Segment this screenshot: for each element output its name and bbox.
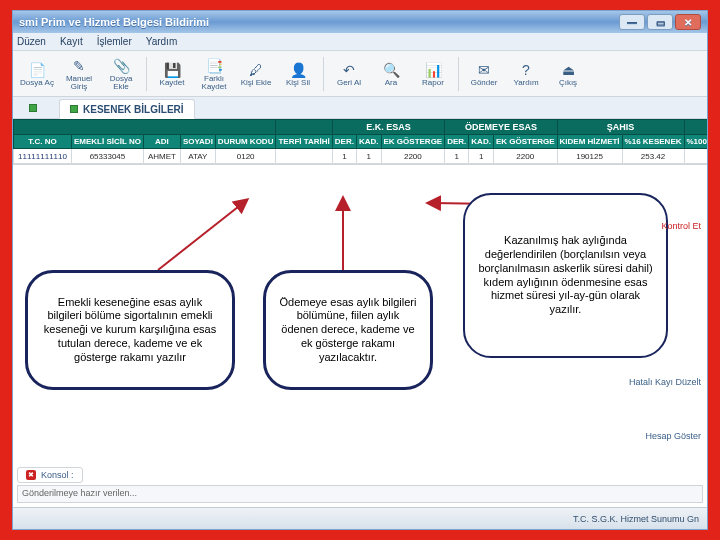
window-title: smi Prim ve Hizmet Belgesi Bildirimi — [19, 16, 209, 28]
window-maximize[interactable]: ▭ — [647, 14, 673, 30]
window-close[interactable]: ✕ — [675, 14, 701, 30]
callout-ek-esas: Emekli keseneğine esas aylık bilgileri b… — [25, 270, 235, 390]
konsol-icon: ✖ — [26, 470, 36, 480]
toolbar-kişi-ekle[interactable]: 🖊Kişi Ekle — [236, 54, 276, 94]
data-grid: E.K. ESASÖDEMEYE ESASŞAHISKURUMT.C. NOEM… — [13, 119, 707, 165]
menu-islemler[interactable]: İşlemler — [97, 36, 132, 47]
callout-odemeye-esas: Ödemeye esas aylık bilgileri bölümüne, f… — [263, 270, 433, 390]
toolbar-rapor[interactable]: 📊Rapor — [413, 54, 453, 94]
toolbar: 📄Dosya Aç✎Manuel Giriş📎Dosya Ekle💾Kaydet… — [13, 51, 707, 97]
toolbar-icon: 👤 — [289, 61, 307, 79]
toolbar-icon: ✎ — [70, 57, 88, 75]
menu-yardim[interactable]: Yardım — [146, 36, 178, 47]
toolbar-icon: ⏏ — [559, 61, 577, 79]
callout-kidem-hizmeti: Kazanılmış hak aylığında değerlendirilen… — [463, 193, 668, 358]
toolbar-farklı-kaydet[interactable]: 📑Farklı Kaydet — [194, 54, 234, 94]
svg-line-0 — [158, 203, 243, 270]
toolbar-kişi-sil[interactable]: 👤Kişi Sil — [278, 54, 318, 94]
toolbar-kaydet[interactable]: 💾Kaydet — [152, 54, 192, 94]
link-hatali-duzelt[interactable]: Hatalı Kayı Düzelt — [629, 377, 701, 387]
toolbar-dosya-ekle[interactable]: 📎Dosya Ekle — [101, 54, 141, 94]
toolbar-icon: 🖊 — [247, 61, 265, 79]
toolbar-icon: ↶ — [340, 61, 358, 79]
toolbar-icon: ? — [517, 61, 535, 79]
menu-duzen[interactable]: Düzen — [17, 36, 46, 47]
status-right: T.C. S.G.K. Hizmet Sunumu Gn — [573, 514, 699, 524]
toolbar-çıkış[interactable]: ⏏Çıkış — [548, 54, 588, 94]
toolbar-icon: 💾 — [163, 61, 181, 79]
toolbar-manuel-giriş[interactable]: ✎Manuel Giriş — [59, 54, 99, 94]
konsol-bar[interactable]: ✖ Konsol : — [17, 467, 83, 483]
tab-kesenek[interactable]: KESENEK BİLGİLERİ — [59, 99, 195, 119]
toolbar-icon: 📄 — [28, 61, 46, 79]
window-titlebar: smi Prim ve Hizmet Belgesi Bildirimi — ▭… — [13, 11, 707, 33]
toolbar-icon: 📎 — [112, 57, 130, 75]
tab-bar: KESENEK BİLGİLERİ — [13, 97, 707, 119]
link-kontrol-et[interactable]: Kontrol Et — [661, 221, 701, 231]
toolbar-gönder[interactable]: ✉Gönder — [464, 54, 504, 94]
toolbar-dosya-aç[interactable]: 📄Dosya Aç — [17, 54, 57, 94]
toolbar-ara[interactable]: 🔍Ara — [371, 54, 411, 94]
window-minimize[interactable]: — — [619, 14, 645, 30]
link-hesap-goster[interactable]: Hesap Göster — [645, 431, 701, 441]
toolbar-icon: 📊 — [424, 61, 442, 79]
status-bar: T.C. S.G.K. Hizmet Sunumu Gn — [13, 507, 707, 529]
toolbar-yardım[interactable]: ?Yardım — [506, 54, 546, 94]
table-row[interactable]: 1111111111065333045AHMETATAY012011220011… — [14, 149, 708, 164]
tab-placeholder[interactable] — [19, 98, 47, 118]
toolbar-geri-al[interactable]: ↶Geri Al — [329, 54, 369, 94]
toolbar-icon: 📑 — [205, 57, 223, 75]
console-output: Gönderilmeye hazır verilen... — [17, 485, 703, 503]
toolbar-icon: 🔍 — [382, 61, 400, 79]
menu-kayit[interactable]: Kayıt — [60, 36, 83, 47]
menu-bar: Düzen Kayıt İşlemler Yardım — [13, 33, 707, 51]
toolbar-icon: ✉ — [475, 61, 493, 79]
